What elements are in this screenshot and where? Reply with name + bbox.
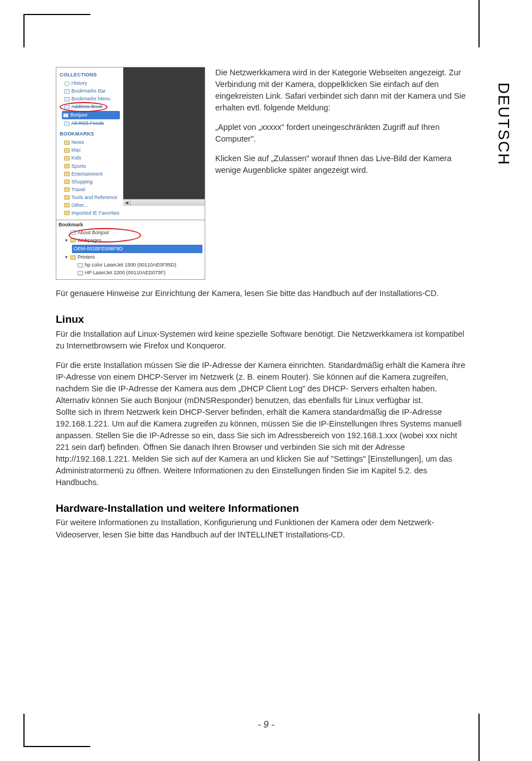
- sidebar-collection-item[interactable]: Bonjour: [62, 111, 120, 119]
- paragraph: Sollte sich in Ihrem Netzwerk kein DHCP-…: [56, 406, 468, 488]
- folder-icon: [64, 156, 70, 161]
- paragraph: „Applet von „xxxxx" fordert uneingeschrä…: [215, 122, 468, 145]
- sidebar-bookmark-item[interactable]: Shopping: [64, 178, 121, 186]
- page-number: - 9 -: [0, 719, 532, 730]
- sidebar-bookmark-item[interactable]: Travel: [64, 186, 121, 193]
- paragraph: Für die Installation auf Linux-Systemen …: [56, 328, 468, 352]
- folder-icon: [63, 113, 69, 118]
- printer-icon: [78, 263, 83, 268]
- language-tab: DEUTSCH: [495, 83, 512, 166]
- sidebar-bookmark-item[interactable]: Kids: [64, 154, 121, 162]
- tree-printer-2[interactable]: HP LaserJet 2200 (00110AED073F): [78, 269, 202, 277]
- sidebar-bookmark-item[interactable]: Imported IE Favorites: [64, 210, 121, 217]
- collections-header: COLLECTIONS: [60, 71, 121, 79]
- heading-linux: Linux: [56, 312, 468, 327]
- folder-icon: [64, 97, 70, 101]
- bookmarks-header: BOOKMARKS: [60, 130, 121, 138]
- sidebar-collection-item[interactable]: Bookmarks Bar: [64, 88, 121, 95]
- tree-printer-1[interactable]: hp color LaserJet 1500 (00110AE0F85D): [78, 261, 202, 269]
- crop-mark: [23, 14, 25, 47]
- annotation-oval: [69, 228, 141, 243]
- folder-icon: [64, 180, 70, 184]
- sidebar-collection-item[interactable]: All RSS Feeds: [64, 120, 121, 127]
- folder-icon: [64, 148, 70, 153]
- sidebar-bookmark-item[interactable]: Mac: [64, 147, 121, 154]
- page-content: COLLECTIONS HistoryBookmarks BarBookmark…: [56, 67, 468, 549]
- tree-printers[interactable]: ▼Printers: [64, 254, 202, 261]
- bookmark-panel-header: Bookmark: [59, 221, 202, 229]
- heading-hardware: Hardware-Installation und weitere Inform…: [56, 501, 468, 516]
- folder-icon: [64, 140, 70, 145]
- paragraph: Für die erste Installation müssen Sie di…: [56, 360, 468, 406]
- preview-pane: [123, 67, 205, 206]
- annotation-oval: [60, 102, 108, 112]
- folder-icon: [64, 89, 70, 94]
- crop-mark: [23, 14, 90, 15]
- sidebar-bookmark-item[interactable]: Entertainment: [64, 171, 121, 178]
- sidebar-bookmark-item[interactable]: Tools and Reference: [64, 194, 121, 201]
- sidebar-bookmark-item[interactable]: Other...: [64, 202, 121, 209]
- folder-icon: [64, 187, 70, 192]
- printer-icon: [78, 271, 83, 275]
- folder-icon: [64, 211, 70, 215]
- tree-oem-selected[interactable]: OEM-001BFE006F8D: [72, 245, 202, 253]
- crop-mark: [478, 0, 480, 47]
- folder-icon: [64, 164, 70, 168]
- scrollbar[interactable]: [123, 199, 205, 206]
- sidebar-collection-item[interactable]: History: [64, 80, 121, 87]
- sidebar-bookmark-item[interactable]: Sports: [64, 163, 121, 170]
- screenshot-figure: COLLECTIONS HistoryBookmarks BarBookmark…: [56, 67, 205, 280]
- sidebar-bookmark-item[interactable]: News: [64, 139, 121, 146]
- folder-icon: [64, 81, 70, 86]
- folder-icon: [64, 122, 70, 126]
- paragraph: Für weitere Informationen zu Installatio…: [56, 517, 468, 540]
- paragraph: Klicken Sie auf „Zulassen" worauf Ihnen …: [215, 153, 468, 176]
- crop-mark: [23, 746, 90, 747]
- paragraph: Die Netzwerkkamera wird in der Kategorie…: [215, 67, 468, 114]
- folder-icon: [70, 255, 76, 260]
- sidebar-collection-item[interactable]: Bookmarks Menu: [64, 95, 121, 103]
- folder-icon: [64, 195, 70, 200]
- crop-mark: [23, 714, 25, 747]
- paragraph: Für genauere Hinweise zur Einrichtung de…: [56, 288, 468, 299]
- folder-icon: [64, 172, 70, 176]
- folder-icon: [64, 203, 70, 207]
